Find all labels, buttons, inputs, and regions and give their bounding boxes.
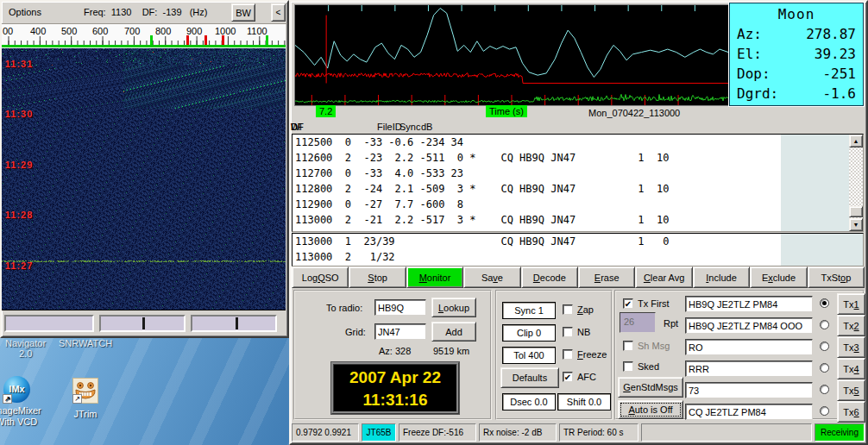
- tx4-radio[interactable]: [820, 363, 829, 373]
- waterfall-display[interactable]: 11:31 11:30 11:29 11:28 11:27: [2, 48, 286, 310]
- freq-df-display: Freq: 1130 DF: -139 (Hz): [84, 7, 207, 17]
- tx5-message-input[interactable]: [685, 382, 813, 398]
- dgrd-value: -1.6: [822, 84, 856, 103]
- tx2-button[interactable]: Tx2: [837, 315, 865, 336]
- monitor-button[interactable]: Monitor: [406, 266, 463, 288]
- mode-status: JT65B: [362, 423, 396, 442]
- txstop-button[interactable]: TxStop: [808, 266, 865, 288]
- freeze-label: Freeze: [577, 349, 607, 360]
- tx1-button[interactable]: Tx1: [837, 293, 865, 315]
- scroll-left-button[interactable]: <: [271, 3, 286, 22]
- tx2-message-input[interactable]: [685, 317, 813, 334]
- nb-checkbox[interactable]: [563, 327, 573, 337]
- tx6-button[interactable]: Tx6: [837, 401, 865, 423]
- signal-graph-canvas[interactable]: [294, 4, 729, 106]
- decoded-row[interactable]: 112900 0 -27 7.7 -600 8: [292, 197, 863, 212]
- auto-button[interactable]: Auto is Off: [618, 400, 683, 419]
- tx4-button[interactable]: Tx4: [837, 358, 865, 379]
- tx-first-checkbox[interactable]: ✔: [623, 298, 633, 309]
- tx3-button[interactable]: Tx3: [837, 336, 865, 358]
- waterfall-canvas[interactable]: [2, 48, 286, 310]
- tx4-message-input[interactable]: [685, 360, 813, 377]
- recording-filename: Mon_070422_113000: [588, 108, 680, 118]
- shift-control[interactable]: Shift 0.0: [557, 393, 611, 411]
- afc-checkbox[interactable]: ✔: [563, 372, 573, 382]
- average-messages-list[interactable]: 113000 1 23/39 CQ HB9Q JN47 1 0 113000 2…: [292, 233, 864, 266]
- tx2-radio[interactable]: [820, 320, 829, 329]
- column-header-fileid: FileID: [377, 122, 402, 132]
- date-text: 2007 Apr 22: [334, 367, 456, 389]
- brightness-slider-track[interactable]: [99, 315, 186, 332]
- gain-slider-track[interactable]: [4, 315, 94, 332]
- decoded-row[interactable]: 112800 2 -24 2.1 -509 3 * CQ HB9Q JN47 1…: [292, 181, 863, 197]
- scroll-down-button[interactable]: ▼: [849, 218, 863, 231]
- stop-button[interactable]: Stop: [349, 266, 406, 288]
- scrollbar-thumb[interactable]: [849, 206, 863, 217]
- distance-text: 9519 km: [433, 346, 469, 356]
- defaults-button[interactable]: Defaults: [500, 367, 559, 388]
- contrast-slider-thumb[interactable]: [236, 317, 238, 329]
- tx1-message-input[interactable]: [685, 296, 813, 312]
- log-qso-button[interactable]: Log QSO: [292, 266, 349, 288]
- contrast-slider-track[interactable]: [191, 315, 277, 332]
- decoded-row[interactable]: 112700 0 -33 4.0 -533 23: [292, 166, 863, 181]
- waterfall-timestamp: 11:30: [5, 109, 34, 119]
- average-row[interactable]: 113000 1 23/39 CQ HB9Q JN47 1 0: [292, 234, 863, 249]
- tx5-radio[interactable]: [820, 385, 829, 394]
- exclude-button[interactable]: Exclude: [750, 266, 807, 288]
- tx-first-label: Tx First: [638, 298, 670, 309]
- average-row[interactable]: 113000 2 1/32: [292, 249, 863, 265]
- decoded-row[interactable]: 112600 2 -23 2.2 -511 0 * CQ HB9Q JN47 1…: [292, 150, 863, 166]
- sked-label: Sked: [638, 361, 659, 372]
- azimuth-text: Az: 328: [379, 346, 411, 356]
- action-button-row: Log QSO Stop Monitor Save Decode Erase C…: [292, 266, 865, 288]
- dsec-control[interactable]: Dsec 0.0: [502, 393, 556, 411]
- grid-input[interactable]: [374, 323, 426, 340]
- desktop-label-navigator-version: 2.0: [19, 348, 32, 359]
- decoded-row[interactable]: 113000 2 -21 2.2 -517 3 * CQ HB9Q JN47 1…: [292, 212, 863, 228]
- bw-button[interactable]: BW: [231, 3, 255, 22]
- sync-control[interactable]: Sync 1: [502, 302, 556, 319]
- rpt-field[interactable]: 26: [620, 312, 656, 333]
- erase-button[interactable]: Erase: [578, 266, 635, 288]
- decode-scrollbar[interactable]: ▲ ▼: [849, 135, 863, 231]
- include-button[interactable]: Include: [693, 266, 750, 288]
- decode-button[interactable]: Decode: [521, 266, 578, 288]
- add-button[interactable]: Add: [431, 322, 476, 342]
- time-axis-label: Time (s): [486, 105, 527, 117]
- tx3-radio[interactable]: [820, 342, 829, 351]
- tx3-message-input[interactable]: [685, 339, 813, 355]
- gen-std-msgs-button[interactable]: GenStdMsgs: [618, 377, 683, 398]
- specjt-menubar: Options Freq: 1130 DF: -139 (Hz) BW <: [2, 2, 287, 24]
- desktop-label-snrwatch[interactable]: SNRWATCH: [59, 338, 112, 348]
- save-button[interactable]: Save: [463, 266, 520, 288]
- to-radio-input[interactable]: [374, 299, 426, 316]
- tol-control[interactable]: Tol 400: [502, 347, 556, 364]
- freeze-checkbox[interactable]: [563, 349, 573, 360]
- sked-checkbox[interactable]: [623, 361, 633, 372]
- tx1-radio[interactable]: [820, 298, 829, 308]
- scroll-up-button[interactable]: ▲: [849, 135, 863, 147]
- graph-freq-badge: 7.2: [316, 105, 336, 117]
- decoded-messages-list[interactable]: 112500 0 -33 -0.6 -234 34 112600 2 -23 2…: [292, 134, 864, 232]
- lookup-button[interactable]: Lookup: [431, 298, 476, 317]
- sh-msg-checkbox[interactable]: [623, 341, 633, 351]
- tx5-button[interactable]: Tx5: [837, 379, 865, 401]
- clear-avg-button[interactable]: Clear Avg: [635, 266, 692, 288]
- jtrim-desktop-icon[interactable]: ↗: [72, 378, 98, 404]
- el-label: El:: [737, 44, 762, 64]
- time-text: 11:31:16: [334, 389, 456, 411]
- el-value: 39.23: [815, 44, 856, 64]
- status-bar: 0.9792 0.9921 JT65B Freeze DF:-516 Rx no…: [292, 422, 865, 442]
- desktop-label-navigator[interactable]: Navigator: [5, 338, 46, 348]
- brightness-slider-thumb[interactable]: [142, 317, 145, 329]
- column-header-sync: Sync: [399, 122, 420, 132]
- clip-control[interactable]: Clip 0: [502, 324, 556, 342]
- options-menu[interactable]: Options: [9, 7, 41, 17]
- imagemixer-desktop-icon[interactable]: IMx ↗: [3, 376, 30, 403]
- screen: Navigator 2.0 SNRWATCH IMx ↗ ImageMixer …: [0, 0, 868, 445]
- tx6-radio[interactable]: [820, 406, 829, 416]
- tx6-message-input[interactable]: [685, 404, 813, 420]
- zap-checkbox[interactable]: [563, 304, 573, 315]
- decoded-row[interactable]: 112500 0 -33 -0.6 -234 34: [292, 135, 863, 150]
